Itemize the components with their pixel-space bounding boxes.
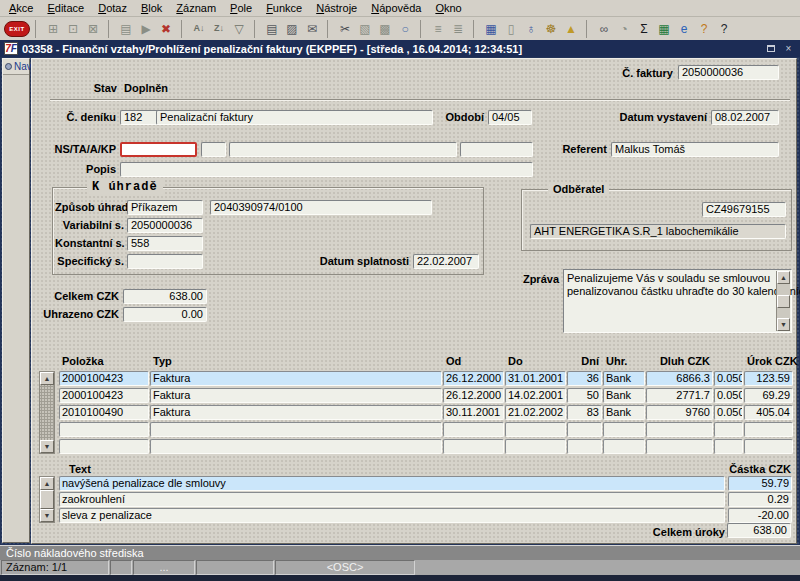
list-icon[interactable]: ≡ (428, 19, 448, 39)
paste-icon[interactable]: ▧ (355, 19, 375, 39)
cell-od[interactable] (443, 422, 504, 437)
cell-amount[interactable]: -20.00 (728, 508, 792, 523)
cell-polozka[interactable]: 2010100490 (59, 405, 149, 420)
scroll-up-icon[interactable]: ▲ (40, 372, 54, 385)
invoice-row[interactable]: 2000100423 Faktura 26.12.2000 14.02.2001… (59, 388, 793, 403)
menu-napoveda[interactable]: Nápověda (364, 1, 428, 15)
scroll-down-icon[interactable]: ▼ (40, 509, 54, 522)
cell-polozka[interactable] (59, 439, 149, 454)
menu-editace[interactable]: Editace (40, 1, 91, 15)
odberatel-dic-field[interactable]: CZ49679155 (702, 202, 786, 217)
scroll-thumb[interactable] (777, 295, 790, 308)
datum-vystaveni-field[interactable]: 08.02.2007 (711, 110, 779, 125)
cell-sazba[interactable]: 0.050 (714, 388, 743, 403)
cell-text[interactable]: zaokrouhlení (59, 492, 725, 507)
nav-tab[interactable]: Nav (3, 59, 29, 75)
link-icon[interactable]: ∞ (594, 19, 614, 39)
print-icon[interactable]: ▤ (262, 19, 282, 39)
cell-typ[interactable]: Faktura (150, 388, 442, 403)
cell-od[interactable]: 30.11.2001 (443, 405, 504, 420)
cell-dluh[interactable] (646, 422, 713, 437)
zprava-scrollbar[interactable]: ▲ ▼ (776, 271, 790, 331)
cell-uhr[interactable] (603, 422, 645, 437)
cut-icon[interactable]: ✂ (335, 19, 355, 39)
cell-do[interactable] (505, 422, 566, 437)
menu-akce[interactable]: Akce (2, 1, 40, 15)
cell-do[interactable]: 31.01.2001 (505, 371, 566, 386)
denik-number-field[interactable]: 182 (120, 110, 160, 125)
menu-zaznam[interactable]: Záznam (169, 1, 223, 15)
cell-amount[interactable]: 59.79 (728, 476, 792, 491)
ns-field-1[interactable] (120, 142, 197, 157)
text-scrollbar[interactable]: ▲ ▼ (39, 476, 55, 523)
cell-sazba[interactable] (714, 422, 743, 437)
sum-icon[interactable]: Σ (634, 19, 654, 39)
cell-polozka[interactable]: 2000100423 (59, 388, 149, 403)
document-icon[interactable]: ▯ (501, 19, 521, 39)
cell-urok[interactable]: 405.04 (744, 405, 793, 420)
text-row[interactable]: navýšená penalizace dle smlouvy 59.79 (59, 476, 792, 491)
scroll-down-icon[interactable]: ▼ (777, 318, 790, 331)
obdobi-field[interactable]: 04/05 (488, 110, 532, 125)
cell-uhr[interactable] (603, 439, 645, 454)
search-icon[interactable]: ○ (395, 19, 415, 39)
ucet-field[interactable]: 2040390974/0100 (210, 200, 432, 215)
odberatel-name-field[interactable]: AHT ENERGETIKA S.R_1 labochemikálie (530, 224, 786, 239)
wheel-icon[interactable]: ☸ (541, 19, 561, 39)
cell-dni[interactable] (567, 422, 602, 437)
cell-od[interactable]: 26.12.2000 (443, 371, 504, 386)
cell-dluh[interactable]: 6866.3 (646, 371, 713, 386)
menu-pole[interactable]: Pole (223, 1, 259, 15)
cell-uhr[interactable]: Bank (603, 405, 645, 420)
excel-icon[interactable]: ▦ (654, 19, 674, 39)
cell-typ[interactable]: Faktura (150, 371, 442, 386)
cell-urok[interactable] (744, 422, 793, 437)
zprava-textarea[interactable]: Penalizujeme Vás v souladu se smlouvou p… (563, 269, 792, 333)
cell-text[interactable]: sleva z penalizace (59, 508, 725, 523)
cell-dluh[interactable] (646, 439, 713, 454)
globe-icon[interactable]: ♁ (521, 19, 541, 39)
cell-urok[interactable]: 69.29 (744, 388, 793, 403)
cell-urok[interactable]: 123.59 (744, 371, 793, 386)
sort-descending-icon[interactable]: Z↓ (209, 19, 229, 39)
cell-typ[interactable] (150, 439, 442, 454)
duplicate-record-icon[interactable]: ⊡ (63, 19, 83, 39)
cell-dni[interactable]: 50 (567, 388, 602, 403)
cell-do[interactable]: 21.02.2002 (505, 405, 566, 420)
items-scrollbar[interactable]: ▲ ▼ (39, 371, 55, 454)
menu-blok[interactable]: Blok (134, 1, 169, 15)
invoice-row[interactable]: 2000100423 Faktura 26.12.2000 31.01.2001… (59, 371, 793, 386)
cell-polozka[interactable] (59, 422, 149, 437)
cell-dluh[interactable]: 2771.7 (646, 388, 713, 403)
text-row[interactable]: sleva z penalizace -20.00 (59, 508, 792, 523)
close-button[interactable]: × (781, 42, 796, 55)
specificky-field[interactable] (127, 254, 203, 269)
clock-icon[interactable]: ◔ (614, 19, 634, 39)
help-icon[interactable]: ? (714, 19, 734, 39)
sort-ascending-icon[interactable]: A↓ (189, 19, 209, 39)
datum-splatnosti-field[interactable]: 22.02.2007 (413, 254, 479, 269)
scroll-down-icon[interactable]: ▼ (40, 440, 54, 453)
exit-button[interactable]: EXIT (4, 21, 30, 37)
menu-nastroje[interactable]: Nástroje (309, 1, 364, 15)
scroll-thumb[interactable] (40, 490, 54, 509)
cell-urok[interactable] (744, 439, 793, 454)
cell-sazba[interactable]: 0.050 (714, 371, 743, 386)
menu-funkce[interactable]: Funkce (259, 1, 309, 15)
invoice-row[interactable]: 2010100490 Faktura 30.11.2001 21.02.2002… (59, 405, 793, 420)
cell-uhr[interactable]: Bank (603, 371, 645, 386)
cell-uhr[interactable]: Bank (603, 388, 645, 403)
browser-icon[interactable]: e (674, 19, 694, 39)
invoice-row-empty[interactable] (59, 439, 793, 454)
konstantni-field[interactable]: 558 (127, 236, 203, 251)
cell-typ[interactable]: Faktura (150, 405, 442, 420)
execute-query-icon[interactable]: ▶ (136, 19, 156, 39)
cell-dluh[interactable]: 9760 (646, 405, 713, 420)
insert-record-icon[interactable]: ⊞ (43, 19, 63, 39)
menu-okno[interactable]: Okno (428, 1, 468, 15)
text-row[interactable]: zaokrouhlení 0.29 (59, 492, 792, 507)
cell-od[interactable] (443, 439, 504, 454)
copy-icon[interactable]: ▩ (375, 19, 395, 39)
mail-icon[interactable]: ✉ (302, 19, 322, 39)
cancel-query-icon[interactable]: ✖ (156, 19, 176, 39)
